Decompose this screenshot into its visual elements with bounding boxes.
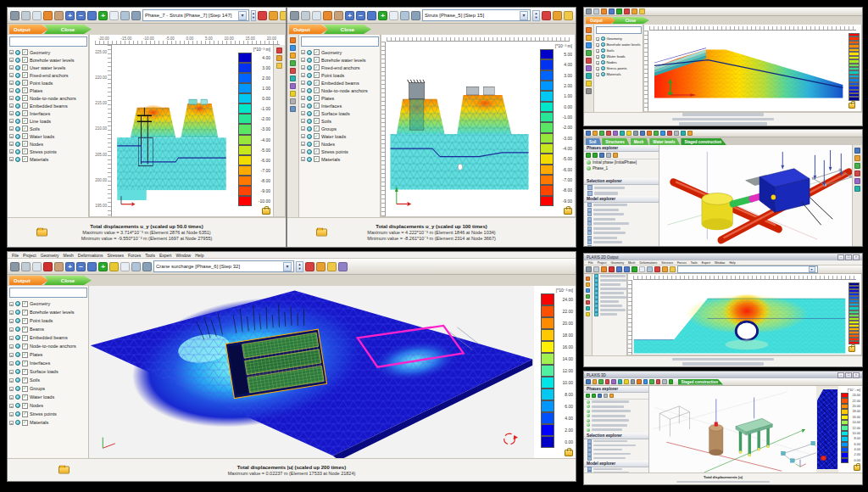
tree-item[interactable]: + Groups <box>9 384 87 393</box>
tool-icon[interactable] <box>586 81 592 87</box>
phase-tool-icon[interactable] <box>586 394 590 398</box>
expand-icon[interactable]: + <box>301 157 305 161</box>
tab-output[interactable]: Output <box>586 17 616 24</box>
window-button[interactable]: – <box>837 254 844 260</box>
checkbox-icon[interactable] <box>22 156 28 162</box>
structures-view-icon[interactable] <box>131 11 141 20</box>
lock-icon[interactable] <box>849 103 855 109</box>
tree-item[interactable]: + Point loads <box>301 71 379 79</box>
tree-item[interactable]: + Soils <box>9 376 87 384</box>
expand-icon[interactable]: + <box>596 55 599 59</box>
zoom-out-icon[interactable]: − <box>356 11 365 20</box>
tool-icon[interactable] <box>586 306 590 310</box>
menu-item[interactable]: Tools <box>691 261 698 265</box>
explorer-row[interactable] <box>584 245 659 247</box>
expand-icon[interactable]: + <box>9 412 14 417</box>
tool-icon[interactable] <box>586 282 590 287</box>
contour-viewport-phase5[interactable] <box>386 42 533 216</box>
deformation-arrows-icon[interactable] <box>258 11 267 20</box>
checkbox-icon[interactable] <box>22 118 28 124</box>
tool-icon[interactable] <box>854 148 860 154</box>
checkbox-icon[interactable] <box>22 318 28 324</box>
menu-item[interactable]: Window <box>715 261 725 265</box>
expand-icon[interactable]: + <box>301 134 305 138</box>
expand-icon[interactable]: + <box>9 65 14 70</box>
checkbox-icon[interactable] <box>22 133 28 139</box>
checkbox-icon[interactable] <box>314 103 320 109</box>
tab-output[interactable]: Output <box>289 25 328 34</box>
tool-icon[interactable] <box>632 8 637 14</box>
tool-icon[interactable] <box>670 266 676 272</box>
tree-item[interactable]: + Nodes <box>9 140 87 148</box>
menu-item[interactable]: Expert <box>702 261 710 265</box>
tool-icon[interactable] <box>593 379 598 384</box>
expand-icon[interactable]: + <box>9 81 14 85</box>
zoom-out-icon[interactable]: − <box>76 262 86 271</box>
tool-icon[interactable] <box>593 131 598 136</box>
tool-icon[interactable] <box>854 171 860 176</box>
hint-box-icon[interactable] <box>131 262 141 271</box>
tree-item[interactable]: + Point loads <box>9 316 87 325</box>
tool-icon[interactable] <box>586 50 592 56</box>
expand-icon[interactable]: + <box>9 96 14 100</box>
checkbox-icon[interactable] <box>22 301 28 307</box>
checkbox-icon[interactable] <box>314 148 320 154</box>
tree-item[interactable]: + Stress points <box>596 65 642 71</box>
expand-icon[interactable]: + <box>301 81 305 85</box>
report-icon[interactable] <box>323 11 332 20</box>
add-curve-icon[interactable]: + <box>98 11 108 20</box>
cross-section-icon[interactable] <box>389 11 398 20</box>
rotation-indicator-icon[interactable] <box>504 433 518 444</box>
expand-icon[interactable]: + <box>9 344 14 349</box>
checkbox-icon[interactable] <box>314 57 320 63</box>
lock-icon[interactable] <box>564 208 572 215</box>
menu-item[interactable]: Geometry <box>611 261 624 265</box>
checkbox-icon[interactable] <box>22 352 28 358</box>
expand-icon[interactable]: + <box>596 43 599 47</box>
tool-icon[interactable] <box>637 379 642 384</box>
checkbox-icon[interactable] <box>22 95 28 101</box>
checkbox-icon[interactable] <box>22 87 28 93</box>
menu-item[interactable]: Deformations <box>639 261 657 265</box>
mode-tab-staged-construction[interactable]: Staged construction <box>678 379 724 385</box>
expand-icon[interactable]: + <box>9 157 14 161</box>
tool-icon[interactable] <box>290 37 296 43</box>
checkbox-icon[interactable] <box>314 95 320 101</box>
menu-item[interactable]: Tools <box>145 253 155 258</box>
explorer-search-input[interactable] <box>9 36 87 47</box>
tree-item[interactable]: + Stress points <box>9 148 87 155</box>
window-button[interactable]: □ <box>845 254 852 260</box>
tree-item[interactable]: + Borehole water levels <box>9 308 87 316</box>
zoom-in-icon[interactable]: + <box>65 11 75 20</box>
chevron-down-icon[interactable]: ▾ <box>238 11 247 20</box>
expand-icon[interactable]: + <box>301 65 305 70</box>
checkbox-icon[interactable] <box>314 141 320 147</box>
tree-item[interactable]: + Groups <box>301 125 379 132</box>
expand-icon[interactable]: + <box>9 404 14 408</box>
tool-icon[interactable] <box>647 266 653 272</box>
menu-item[interactable]: Stresses <box>108 253 124 258</box>
tab-output[interactable]: Output <box>9 276 48 285</box>
menu-item[interactable]: File <box>588 261 593 265</box>
expand-icon[interactable]: + <box>301 73 305 77</box>
checkbox-icon[interactable] <box>314 126 320 131</box>
checkbox-icon[interactable] <box>22 49 28 55</box>
checkbox-icon[interactable] <box>22 110 28 116</box>
contour-viewport-phase7[interactable] <box>112 45 231 216</box>
deformation-arrows-icon[interactable] <box>276 48 282 53</box>
checkbox-icon[interactable] <box>22 72 28 78</box>
menu-item[interactable]: Forces <box>128 253 141 258</box>
tool-icon[interactable] <box>290 45 296 51</box>
tunnel-viewport[interactable] <box>632 280 847 355</box>
tool-icon[interactable] <box>618 379 623 384</box>
perspective-icon[interactable] <box>338 262 348 271</box>
tree-item[interactable]: + Interfaces <box>9 109 87 117</box>
tool-icon[interactable] <box>639 8 645 14</box>
tree-item[interactable] <box>593 312 626 316</box>
phase-tool-icon[interactable] <box>609 394 614 398</box>
tool-icon[interactable] <box>593 8 599 14</box>
menu-item[interactable]: Window <box>175 253 191 258</box>
tree-item[interactable]: + Water loads <box>9 393 87 401</box>
deformation-arrows-icon[interactable] <box>542 11 551 20</box>
pan-icon[interactable] <box>54 11 64 20</box>
